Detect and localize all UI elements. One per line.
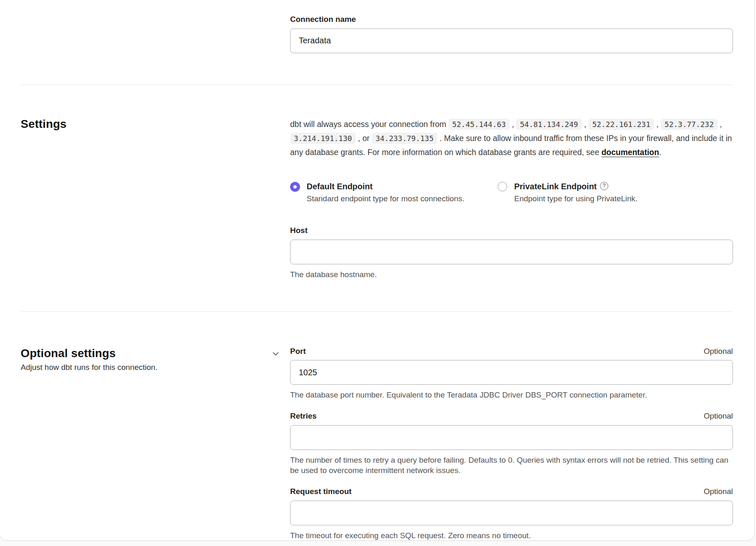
optional-settings-section: Optional settings Adjust how dbt runs fo… — [21, 312, 733, 541]
port-label: Port — [290, 346, 306, 356]
documentation-link[interactable]: documentation — [601, 148, 659, 157]
optional-badge: Optional — [704, 347, 733, 356]
optional-settings-subheading: Adjust how dbt runs for this connection. — [21, 363, 270, 372]
chevron-down-icon — [272, 350, 280, 358]
connection-name-section: Connection name — [21, 0, 733, 85]
host-input[interactable] — [290, 240, 733, 264]
port-help-text: The database port number. Equivalent to … — [290, 390, 733, 400]
request-timeout-field: Request timeout Optional The timeout for… — [290, 487, 733, 541]
endpoint-radio-group: Default Endpoint Standard endpoint type … — [290, 181, 733, 203]
optional-settings-heading: Optional settings — [21, 346, 270, 360]
port-input[interactable] — [290, 360, 733, 385]
settings-section: Settings dbt will always access your con… — [21, 85, 733, 311]
optional-badge: Optional — [704, 412, 733, 421]
connection-settings-card: Connection name Settings dbt will always… — [0, 0, 755, 541]
retries-field: Retries Optional The number of times to … — [290, 411, 733, 476]
optional-badge: Optional — [704, 487, 733, 496]
retries-label: Retries — [290, 411, 317, 421]
connection-name-field: Connection name — [290, 14, 733, 53]
radio-option-default-endpoint[interactable]: Default Endpoint Standard endpoint type … — [290, 181, 498, 203]
collapse-section-button[interactable] — [270, 348, 281, 360]
privatelink-endpoint-description: Endpoint type for using PrivateLink. — [514, 194, 638, 203]
request-timeout-input[interactable] — [290, 501, 733, 525]
retries-input[interactable] — [290, 425, 733, 450]
ip-address-chip: 3.214.191.130 — [290, 133, 356, 144]
host-label: Host — [290, 226, 733, 235]
ip-address-chip: 52.45.144.63 — [449, 119, 510, 130]
ip-address-chip: 54.81.134.249 — [516, 119, 582, 130]
request-timeout-help-text: The timeout for executing each SQL reque… — [290, 530, 733, 541]
radio-option-privatelink-endpoint[interactable]: PrivateLink Endpoint ? Endpoint type for… — [498, 181, 638, 203]
ip-address-chip: 52.22.161.231 — [588, 119, 654, 130]
default-endpoint-description: Standard endpoint type for most connecti… — [307, 194, 498, 203]
retries-help-text: The number of times to retry a query bef… — [290, 455, 733, 476]
ip-address-chip: 52.3.77.232 — [661, 119, 717, 130]
ip-address-chip: 34.233.79.135 — [372, 133, 437, 144]
connection-name-input[interactable] — [290, 28, 733, 53]
port-field: Port Optional The database port number. … — [290, 346, 733, 400]
host-help-text: The database hostname. — [290, 269, 733, 280]
settings-heading: Settings — [21, 117, 270, 131]
default-endpoint-label: Default Endpoint — [307, 181, 373, 192]
connection-name-label: Connection name — [290, 14, 733, 24]
ip-notice: dbt will always access your connection f… — [290, 117, 733, 159]
radio-unselected-icon[interactable] — [498, 182, 507, 191]
privatelink-endpoint-label: PrivateLink Endpoint — [514, 181, 597, 192]
request-timeout-label: Request timeout — [290, 487, 352, 497]
help-question-icon[interactable]: ? — [600, 182, 608, 190]
host-field: Host The database hostname. — [290, 226, 733, 280]
radio-selected-icon[interactable] — [290, 182, 300, 192]
